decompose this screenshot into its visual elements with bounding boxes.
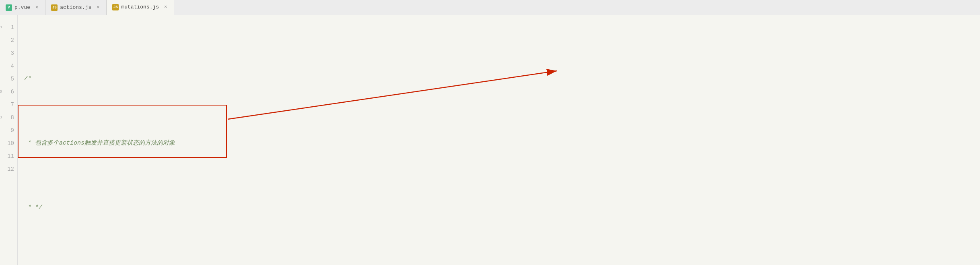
comment-close: * */ [24,201,42,214]
fold-icon-1: ⊟ [0,21,2,34]
code-line-2: * 包含多个actions触发并直接更新状态的方法的对象 [24,137,980,150]
line-num-1: ⊟ 1 [0,21,14,34]
fold-icon-8: ⊟ [0,111,2,124]
code-content: /* * 包含多个actions触发并直接更新状态的方法的对象 * */ imp… [18,15,980,265]
line-numbers: ⊟ 1 2 3 4 5 ⊟ 6 7 ⊟ 8 9 10 11 12 [0,15,18,265]
tab-actions[interactable]: JS actions.js × [45,0,107,15]
line-num-3: 3 [0,47,14,60]
line-num-10: 10 [0,137,14,150]
line-num-4: 4 [0,60,14,72]
code-line-3: * */ [24,201,980,214]
line-num-7: 7 [0,98,14,111]
fold-icon-6: ⊟ [0,85,2,98]
line-num-2: 2 [0,34,14,47]
mutations-js-icon: JS [112,4,119,10]
tab-vue-label: p.vue [14,4,30,10]
tab-mutations-close[interactable]: × [163,4,168,10]
line-num-8: ⊟ 8 [0,111,14,124]
editor-container: V p.vue × JS actions.js × JS mutations.j… [0,0,980,265]
vue-icon: V [6,4,12,11]
comment-open: /* [24,72,31,85]
line-num-12: 12 [0,163,14,176]
tab-vue[interactable]: V p.vue × [0,0,45,15]
actions-js-icon: JS [51,4,58,11]
line-num-6: ⊟ 6 [0,85,14,98]
tab-vue-close[interactable]: × [34,4,39,11]
tab-actions-close[interactable]: × [95,4,101,11]
comment-text: * 包含多个actions触发并直接更新状态的方法的对象 [24,137,175,150]
line-num-9: 9 [0,124,14,137]
code-line-1: /* [24,72,980,85]
line-num-11: 11 [0,150,14,163]
tab-mutations-label: mutations.js [121,4,159,10]
code-block-red-box [18,105,227,158]
tab-actions-label: actions.js [60,4,91,10]
tab-bar: V p.vue × JS actions.js × JS mutations.j… [0,0,980,15]
tab-mutations[interactable]: JS mutations.js × [107,0,174,15]
line-num-5: 5 [0,72,14,85]
code-area: ⊟ 1 2 3 4 5 ⊟ 6 7 ⊟ 8 9 10 11 12 [0,15,980,265]
